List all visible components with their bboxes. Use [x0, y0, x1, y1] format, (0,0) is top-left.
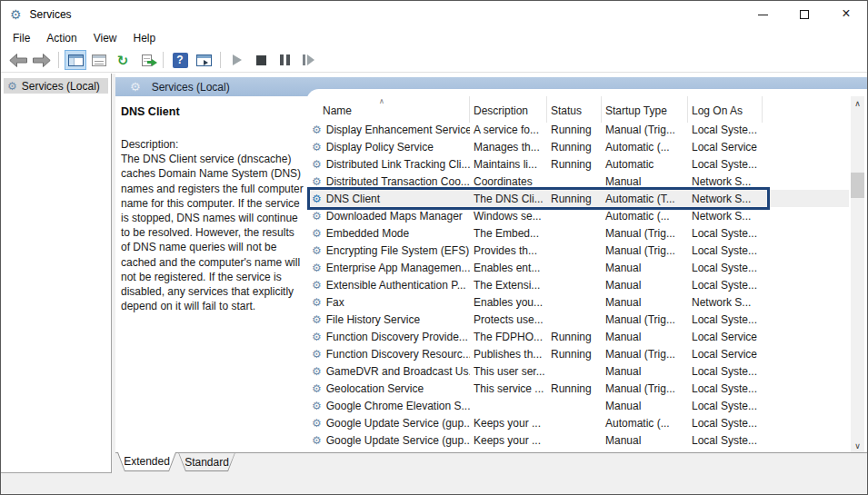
- table-row[interactable]: ⚙Display Policy ServiceManages th...Runn…: [310, 138, 849, 155]
- tab-extended[interactable]: Extended: [117, 452, 176, 471]
- service-status: Running: [547, 121, 602, 138]
- table-row[interactable]: ⚙Extensible Authentication P...The Exten…: [310, 276, 849, 293]
- service-status: [547, 431, 602, 449]
- table-row[interactable]: ⚙Geolocation ServiceThis service ...Runn…: [310, 380, 849, 397]
- tree-item-services-local[interactable]: ⚙ Services (Local): [4, 78, 108, 94]
- services-app-icon: ⚙: [10, 8, 22, 21]
- table-row[interactable]: ⚙Enterprise App Managemen...Enables ent.…: [310, 259, 849, 276]
- refresh-icon: ↻: [117, 54, 129, 67]
- service-description: Publishes th...: [470, 345, 547, 362]
- table-row[interactable]: ⚙Function Discovery Provide...The FDPHO.…: [310, 328, 849, 345]
- help-button[interactable]: ?: [169, 50, 191, 70]
- scrollbar-thumb[interactable]: [851, 173, 864, 198]
- table-row[interactable]: ⚙Display Enhancement ServiceA service fo…: [310, 121, 849, 138]
- column-header-startup-type[interactable]: Startup Type: [602, 96, 688, 123]
- forward-icon: [33, 54, 51, 67]
- console-tree-panel: ⚙ Services (Local): [1, 74, 112, 473]
- menu-file[interactable]: File: [5, 30, 38, 46]
- start-service-button[interactable]: [226, 50, 248, 70]
- column-header-status[interactable]: Status: [547, 96, 602, 123]
- maximize-button[interactable]: [783, 1, 825, 28]
- service-name: DNS Client: [326, 193, 380, 205]
- service-startup-type: Manual (Trig...: [602, 121, 688, 138]
- service-startup-type: Manual (Trig...: [602, 311, 688, 328]
- service-description: Enables you...: [470, 293, 547, 311]
- service-status: [547, 362, 602, 380]
- service-startup-type: Manual: [602, 259, 688, 276]
- show-console-tree-button[interactable]: [65, 50, 86, 70]
- table-row[interactable]: ⚙Distributed Link Tracking Cli...Maintai…: [310, 155, 849, 173]
- restart-service-button[interactable]: [297, 50, 319, 70]
- service-gear-icon: ⚙: [312, 176, 322, 187]
- service-gear-icon: ⚙: [312, 280, 322, 291]
- console-tree-icon: [68, 54, 84, 66]
- table-row[interactable]: ⚙Distributed Transaction Coo...Coordinat…: [310, 173, 849, 190]
- scroll-up-button[interactable]: ∧: [851, 96, 864, 110]
- close-button[interactable]: ×: [825, 1, 867, 28]
- table-row[interactable]: ⚙FaxEnables you...ManualNetwork S...: [310, 293, 849, 311]
- service-status: [547, 397, 602, 414]
- menu-action[interactable]: Action: [38, 30, 85, 46]
- column-header-log-on-as[interactable]: Log On As: [688, 96, 763, 123]
- service-gear-icon: ⚙: [312, 193, 322, 204]
- menu-view[interactable]: View: [85, 30, 125, 46]
- service-name-cell: ⚙Geolocation Service: [310, 380, 470, 397]
- table-row[interactable]: ⚙DNS ClientThe DNS Cli...RunningAutomati…: [310, 190, 849, 207]
- tab-standard[interactable]: Standard: [178, 452, 235, 471]
- column-header-name[interactable]: Name∧: [310, 96, 470, 123]
- service-log-on-as: Local Syste...: [688, 362, 763, 380]
- service-startup-type: Manual: [602, 276, 688, 293]
- service-name-cell: ⚙Google Chrome Elevation S...: [310, 397, 470, 414]
- stop-service-button[interactable]: [250, 50, 272, 70]
- window-controls: ×: [742, 1, 867, 28]
- service-log-on-as: Local Syste...: [688, 242, 763, 259]
- service-log-on-as: Local Syste...: [688, 155, 763, 173]
- table-row[interactable]: ⚙File History ServiceProtects use...Manu…: [310, 311, 849, 328]
- service-startup-type: Manual: [602, 328, 688, 345]
- service-log-on-as: Network S...: [688, 207, 763, 224]
- table-row[interactable]: ⚙Function Discovery Resourc...Publishes …: [310, 345, 849, 362]
- service-name-cell: ⚙Enterprise App Managemen...: [310, 259, 470, 276]
- service-description: Keeps your ...: [470, 414, 547, 431]
- table-row[interactable]: ⚙Google Update Service (gup...Keeps your…: [310, 431, 849, 449]
- service-name-cell: ⚙Function Discovery Resourc...: [310, 345, 470, 362]
- table-row[interactable]: ⚙Embedded ModeThe Embed...Manual (Trig..…: [310, 224, 849, 242]
- service-gear-icon: ⚙: [312, 245, 322, 256]
- pause-service-button[interactable]: [274, 50, 295, 70]
- service-name-cell: ⚙Distributed Link Tracking Cli...: [310, 155, 470, 173]
- menu-help[interactable]: Help: [125, 30, 165, 46]
- vertical-scrollbar[interactable]: ∧ ∨: [851, 96, 864, 452]
- back-button[interactable]: [7, 50, 29, 70]
- service-status: [547, 311, 602, 328]
- description-text: The DNS Client service (dnscache) caches…: [121, 152, 304, 313]
- service-startup-type: Manual: [602, 293, 688, 311]
- service-name-cell: ⚙Display Policy Service: [310, 138, 470, 155]
- service-startup-type: Manual (Trig...: [602, 224, 688, 242]
- start-service-icon: [233, 54, 242, 65]
- tree-item-label: Services (Local): [22, 80, 100, 93]
- minimize-button[interactable]: [742, 1, 783, 28]
- table-row[interactable]: ⚙Encrypting File System (EFS)Provides th…: [310, 242, 849, 259]
- service-gear-icon: ⚙: [312, 262, 322, 273]
- table-row[interactable]: ⚙Google Chrome Elevation S...ManualLocal…: [310, 397, 849, 414]
- properties-button[interactable]: [88, 50, 110, 70]
- forward-button[interactable]: [31, 50, 53, 70]
- table-row[interactable]: ⚙GameDVR and Broadcast Us...This user se…: [310, 362, 849, 380]
- toolbar-separator: [163, 52, 164, 68]
- column-header-description[interactable]: Description: [470, 96, 547, 123]
- service-name: Embedded Mode: [326, 227, 409, 240]
- service-name-cell: ⚙Embedded Mode: [310, 224, 470, 242]
- export-list-button[interactable]: [135, 50, 157, 70]
- service-log-on-as: Local Syste...: [688, 259, 763, 276]
- table-row[interactable]: ⚙Google Update Service (gup...Keeps your…: [310, 414, 849, 431]
- show-action-pane-button[interactable]: [193, 50, 215, 70]
- service-status: [547, 276, 602, 293]
- selected-service-name: DNS Client: [121, 105, 303, 118]
- table-row[interactable]: ⚙Downloaded Maps ManagerWindows se...Aut…: [310, 207, 849, 224]
- refresh-button[interactable]: ↻: [112, 50, 134, 70]
- service-startup-type: Automatic (...: [602, 207, 688, 224]
- service-name-cell: ⚙Google Update Service (gup...: [310, 431, 470, 449]
- scroll-down-button[interactable]: ∨: [851, 439, 864, 452]
- service-name: Distributed Transaction Coo...: [326, 175, 470, 188]
- service-log-on-as: Local Syste...: [688, 397, 763, 414]
